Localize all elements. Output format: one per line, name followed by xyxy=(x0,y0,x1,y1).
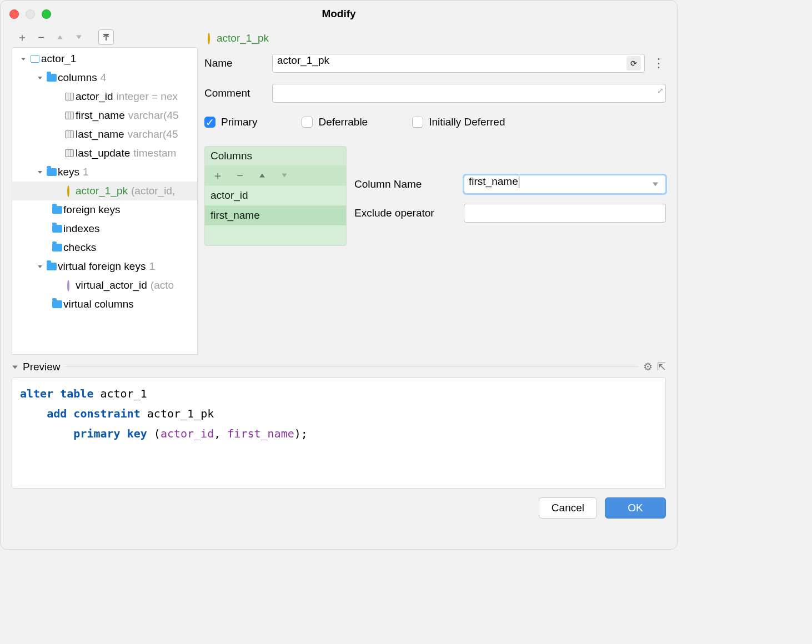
column-list-item-selected[interactable]: first_name xyxy=(205,205,346,225)
chevron-down-icon[interactable] xyxy=(652,178,659,190)
tree-node-virtual-columns[interactable]: virtual columns xyxy=(12,295,197,314)
sql-token: actor_1 xyxy=(101,387,147,400)
column-details: Column Name first_name Exclude operator xyxy=(354,146,666,246)
chevron-down-icon[interactable] xyxy=(18,56,29,62)
sql-token: add xyxy=(47,407,67,420)
remove-icon[interactable]: − xyxy=(34,30,48,44)
titlebar: Modify xyxy=(1,1,677,27)
right-pane: actor_1_pk Name actor_1_pk ⟳ ⋮ Comment xyxy=(204,27,666,355)
name-value: actor_1_pk xyxy=(277,54,329,66)
checkbox-row: ✓ Primary Deferrable Initially Deferred xyxy=(204,114,666,135)
sql-token: primary key xyxy=(73,427,147,440)
tree-node-meta: (actor_id, xyxy=(131,185,175,197)
tree-node-label: foreign keys xyxy=(63,204,120,216)
tree-node-column[interactable]: last_update timestam xyxy=(12,144,197,163)
navigate-up-icon[interactable] xyxy=(98,29,114,45)
preview-section: Preview ⚙ ⇱ alter table actor_1 add cons… xyxy=(12,360,666,489)
object-tree[interactable]: actor_1 columns 4 actor_id integer = nex xyxy=(12,47,198,355)
tree-node-foreign-keys[interactable]: foreign keys xyxy=(12,200,197,219)
checkbox-icon: ✓ xyxy=(204,117,215,128)
columns-panel: Columns ＋ − actor_id first_name xyxy=(204,146,347,246)
tree-node-key-selected[interactable]: actor_1_pk (actor_id, xyxy=(12,182,197,200)
chevron-down-icon[interactable] xyxy=(34,264,46,269)
tree-node-columns[interactable]: columns 4 xyxy=(12,68,197,87)
column-name-value: first_name xyxy=(469,175,518,187)
move-down-icon xyxy=(277,168,292,183)
more-icon[interactable]: ⋮ xyxy=(651,55,666,72)
chevron-down-icon[interactable] xyxy=(34,169,46,175)
refresh-icon[interactable]: ⟳ xyxy=(626,56,641,71)
key-icon xyxy=(63,281,76,290)
exclude-operator-input[interactable] xyxy=(464,204,666,223)
tree-node-type: varchar(45 xyxy=(128,128,178,140)
sql-token: alter table xyxy=(20,387,93,400)
move-up-icon[interactable] xyxy=(255,168,269,183)
deferrable-label: Deferrable xyxy=(318,116,368,128)
column-name-input[interactable]: first_name xyxy=(464,175,666,194)
remove-icon[interactable]: − xyxy=(233,168,247,183)
name-row: Name actor_1_pk ⟳ ⋮ xyxy=(204,54,666,73)
tree-node-label: indexes xyxy=(63,223,100,235)
add-icon[interactable]: ＋ xyxy=(15,30,29,44)
folder-icon xyxy=(46,74,58,82)
tree-node-label: virtual foreign keys xyxy=(58,260,146,273)
tree-node-type: timestam xyxy=(133,147,176,159)
expand-icon[interactable]: ⤢ xyxy=(657,86,664,95)
tree-node-virtual-fk-item[interactable]: virtual_actor_id (acto xyxy=(12,276,197,295)
tree-node-type: varchar(45 xyxy=(128,109,179,122)
comment-label: Comment xyxy=(204,87,265,99)
column-list-item[interactable]: actor_id xyxy=(205,185,346,205)
folder-icon xyxy=(51,206,63,214)
tree-node-virtual-fk[interactable]: virtual foreign keys 1 xyxy=(12,257,197,276)
column-icon xyxy=(63,130,76,138)
initially-deferred-checkbox[interactable]: Initially Deferred xyxy=(412,116,505,128)
sql-token: constraint xyxy=(73,407,140,420)
cancel-label: Cancel xyxy=(552,502,584,514)
column-icon xyxy=(63,112,76,119)
popout-icon[interactable]: ⇱ xyxy=(657,360,666,373)
modify-dialog: Modify ＋ − actor_1 xyxy=(0,0,678,550)
move-up-icon xyxy=(53,30,67,44)
tree-node-column[interactable]: actor_id integer = nex xyxy=(12,87,197,106)
tree-node-indexes[interactable]: indexes xyxy=(12,219,197,238)
deferrable-checkbox[interactable]: Deferrable xyxy=(302,116,368,128)
ok-button[interactable]: OK xyxy=(605,497,666,519)
sql-token: actor_id xyxy=(161,427,214,440)
primary-checkbox[interactable]: ✓ Primary xyxy=(204,116,257,128)
folder-icon xyxy=(51,225,63,233)
top-split: ＋ − actor_1 column xyxy=(12,27,666,355)
sql-token: first_name xyxy=(227,427,294,440)
name-input[interactable]: actor_1_pk ⟳ xyxy=(272,54,645,73)
cancel-button[interactable]: Cancel xyxy=(539,497,597,519)
breadcrumb[interactable]: actor_1_pk xyxy=(204,27,666,49)
divider xyxy=(65,366,639,367)
tree-node-column[interactable]: last_name varchar(45 xyxy=(12,125,197,144)
gear-icon[interactable]: ⚙ xyxy=(643,360,653,373)
tree-toolbar: ＋ − xyxy=(12,27,198,47)
checkbox-icon xyxy=(302,117,313,128)
add-icon[interactable]: ＋ xyxy=(210,168,225,183)
tree-node-label: last_update xyxy=(76,147,130,159)
sql-preview[interactable]: alter table actor_1 add constraint actor… xyxy=(12,378,666,489)
chevron-down-icon[interactable] xyxy=(12,361,18,373)
exclude-operator-row: Exclude operator xyxy=(354,204,666,223)
column-name-row: Column Name first_name xyxy=(354,175,666,194)
comment-input[interactable]: ⤢ xyxy=(272,84,666,103)
list-item-label: first_name xyxy=(210,209,260,222)
tree-node-label: first_name xyxy=(76,109,125,122)
preview-header[interactable]: Preview ⚙ ⇱ xyxy=(12,360,666,373)
key-icon xyxy=(208,34,212,43)
key-form: Name actor_1_pk ⟳ ⋮ Comment ⤢ xyxy=(204,49,666,246)
tree-node-column[interactable]: first_name varchar(45 xyxy=(12,106,197,125)
column-icon xyxy=(63,149,76,157)
tree-node-keys[interactable]: keys 1 xyxy=(12,163,197,182)
sql-token: ); xyxy=(294,427,308,440)
tree-node-table[interactable]: actor_1 xyxy=(12,49,197,68)
tree-node-checks[interactable]: checks xyxy=(12,238,197,257)
columns-header: Columns xyxy=(205,147,346,165)
primary-label: Primary xyxy=(221,116,257,128)
ok-label: OK xyxy=(628,502,643,514)
exclude-operator-label: Exclude operator xyxy=(354,207,457,219)
tree-node-label: columns xyxy=(58,72,97,84)
chevron-down-icon[interactable] xyxy=(34,75,46,80)
